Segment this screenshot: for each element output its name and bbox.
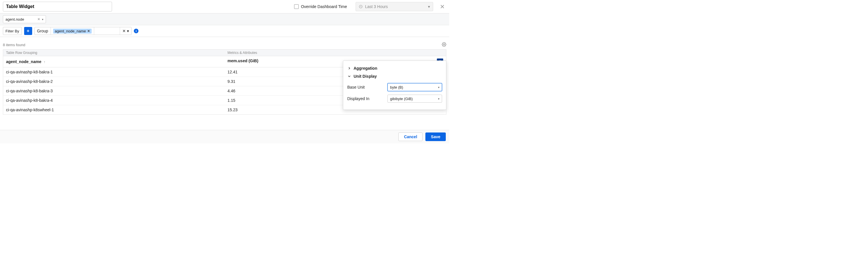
results-count-row: 8 items found: [3, 42, 446, 47]
base-unit-value: byte (B): [390, 85, 403, 90]
settings-button[interactable]: [442, 42, 446, 47]
group-input-segment[interactable]: [94, 27, 120, 35]
clear-icon[interactable]: ✕: [122, 29, 126, 33]
chevron-down-icon: ▾: [428, 4, 430, 9]
entity-tag-pill[interactable]: agent.node ✕ ▾: [3, 15, 46, 23]
column-settings-popover: Aggregation Unit Display Base Unit byte …: [343, 61, 446, 110]
displayed-in-row: Displayed In gibibyte (GiB) ▾: [347, 93, 442, 104]
unit-display-section-toggle[interactable]: Unit Display: [347, 72, 442, 80]
override-time-checkbox[interactable]: [294, 4, 299, 9]
override-time-checkbox-group[interactable]: Override Dashboard Time: [294, 4, 347, 9]
results-count-text: 8 items found: [3, 43, 25, 47]
chevron-down-icon[interactable]: ▾: [127, 29, 129, 33]
entity-tag-text: agent.node: [5, 17, 24, 22]
remove-group-tag-icon[interactable]: ✕: [87, 29, 90, 33]
close-button[interactable]: [438, 3, 446, 11]
results-area: 8 items found Table Row Grouping Metrics…: [0, 37, 449, 117]
time-range-selector[interactable]: Last 3 Hours ▾: [355, 2, 433, 11]
grouping-header-right: Metrics & Attributes: [225, 49, 446, 56]
filter-by-pill[interactable]: Filter By: [3, 27, 22, 35]
grouping-header-row: Table Row Grouping Metrics & Attributes: [3, 49, 446, 56]
cancel-button[interactable]: Cancel: [398, 133, 423, 141]
chevron-right-icon: [347, 66, 351, 70]
cell-node-name: ci-qa-avinashp-k8-bakra-3: [3, 86, 225, 96]
save-button[interactable]: Save: [425, 133, 446, 141]
unit-display-label: Unit Display: [353, 74, 377, 78]
chevron-down-icon[interactable]: ▾: [42, 18, 43, 21]
sort-asc-icon: ↑: [44, 60, 45, 64]
cell-node-name: ci-qa-avinashp-k8-bakra-2: [3, 77, 225, 86]
chevron-down-icon: ▾: [438, 86, 439, 89]
group-label: Group: [37, 29, 48, 33]
clock-icon: [359, 5, 363, 9]
column-header-node[interactable]: agent_node_name ↑: [3, 56, 225, 67]
grouping-header-left: Table Row Grouping: [3, 49, 225, 56]
footer: Cancel Save: [0, 130, 449, 143]
svg-point-1: [443, 44, 445, 45]
base-unit-select[interactable]: byte (B) ▾: [388, 83, 442, 91]
add-filter-button[interactable]: +: [24, 27, 32, 35]
aggregation-section-toggle[interactable]: Aggregation: [347, 64, 442, 72]
displayed-in-select[interactable]: gibibyte (GiB) ▾: [388, 95, 442, 103]
base-unit-label: Base Unit: [347, 85, 384, 90]
entity-row: agent.node ✕ ▾: [0, 13, 449, 25]
clear-icon[interactable]: ✕: [37, 17, 40, 21]
group-label-segment: Group: [35, 27, 51, 35]
filter-by-label: Filter By: [5, 29, 19, 33]
group-pill[interactable]: Group agent_node_name ✕ ✕ ▾: [34, 27, 131, 35]
filter-row: Filter By + Group agent_node_name ✕ ✕ ▾ …: [0, 25, 449, 37]
displayed-in-value: gibibyte (GiB): [390, 97, 413, 101]
group-tag-segment: agent_node_name ✕: [51, 27, 94, 35]
cell-node-name: ci-qa-avinashp-k8-bakra-4: [3, 96, 225, 105]
header-row: Override Dashboard Time Last 3 Hours ▾: [0, 0, 449, 13]
displayed-in-label: Displayed In: [347, 96, 384, 101]
unit-display-body: Base Unit byte (B) ▾ Displayed In gibiby…: [347, 80, 442, 104]
cell-node-name: ci-qa-avinashp-k8swheel-1: [3, 105, 225, 115]
controls-bar: agent.node ✕ ▾ Filter By + Group agent_n…: [0, 13, 449, 37]
group-tag[interactable]: agent_node_name ✕: [53, 29, 92, 34]
column-header-node-label: agent_node_name: [6, 59, 41, 64]
group-tag-text: agent_node_name: [55, 29, 86, 33]
chevron-down-icon: [347, 74, 351, 78]
gear-icon: [442, 42, 446, 47]
group-clear-segment: ✕ ▾: [120, 27, 131, 35]
time-range-label: Last 3 Hours: [365, 4, 388, 9]
info-icon[interactable]: i: [134, 29, 138, 33]
widget-title-input[interactable]: [3, 2, 112, 11]
close-icon: [440, 4, 445, 9]
chevron-down-icon: ▾: [438, 97, 439, 100]
column-header-mem-label: mem.used (GiB): [227, 59, 258, 63]
override-time-label: Override Dashboard Time: [301, 4, 347, 9]
plus-icon: +: [27, 28, 29, 34]
aggregation-label: Aggregation: [353, 66, 377, 71]
base-unit-row: Base Unit byte (B) ▾: [347, 81, 442, 93]
cell-node-name: ci-qa-avinashp-k8-bakra-1: [3, 67, 225, 77]
